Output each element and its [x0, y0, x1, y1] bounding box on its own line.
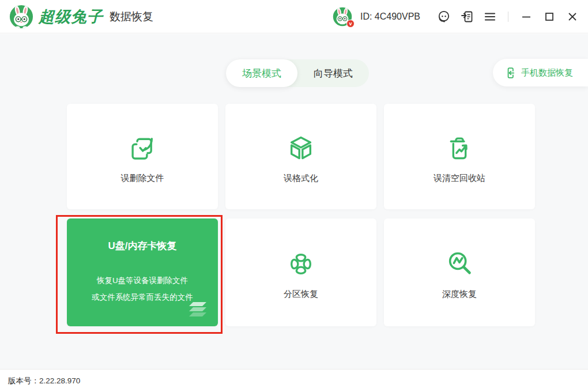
minimize-button[interactable]	[519, 9, 534, 24]
card-label: 误格式化	[284, 173, 318, 184]
version-value: 2.22.28.970	[39, 376, 80, 385]
layers-icon	[186, 301, 210, 319]
customer-support-icon[interactable]	[436, 9, 451, 24]
user-id-label: ID: 4C490VPB	[360, 12, 420, 22]
tab-wizard-mode[interactable]: 向导模式	[297, 59, 369, 87]
status-bar: 版本号： 2.22.28.970	[0, 369, 588, 392]
maximize-button[interactable]	[542, 9, 557, 24]
card-label: 分区恢复	[284, 289, 318, 300]
formatted-icon	[285, 133, 316, 164]
card-recycle-bin[interactable]: 误清空回收站	[384, 104, 535, 209]
brand-suffix: 数据恢复	[110, 9, 153, 24]
partition-icon	[285, 248, 316, 280]
deleted-files-icon	[127, 133, 158, 164]
scenario-cards-grid: 误删除文件 误格式化	[67, 104, 535, 326]
menu-icon[interactable]	[483, 9, 497, 24]
card-formatted[interactable]: 误格式化	[225, 104, 376, 209]
card-deleted-files[interactable]: 误删除文件	[67, 104, 218, 209]
title-bar: 超级兔子 数据恢复	[0, 0, 588, 33]
brand-name: 超级兔子	[39, 6, 103, 27]
vip-badge: v	[346, 20, 355, 28]
user-avatar[interactable]: v	[333, 7, 352, 27]
deep-recovery-icon	[444, 248, 475, 280]
phone-data-recovery-button[interactable]: 手机数据恢复	[493, 59, 588, 86]
header-divider	[508, 12, 508, 22]
phone-recovery-icon	[504, 67, 517, 79]
version-label: 版本号：	[8, 376, 39, 386]
tab-scene-mode[interactable]: 场景模式	[226, 59, 297, 87]
card-label: 误清空回收站	[434, 173, 485, 184]
app-logo: 超级兔子 数据恢复	[9, 5, 153, 29]
phone-data-recovery-label: 手机数据恢复	[521, 67, 573, 78]
card-deep-recovery[interactable]: 深度恢复	[384, 218, 535, 326]
feedback-icon[interactable]	[459, 9, 474, 24]
card-label: 误删除文件	[121, 173, 164, 184]
card-partition[interactable]: 分区恢复	[225, 218, 376, 326]
usb-recovery-title: U盘/内存卡恢复	[67, 218, 218, 252]
mode-tabs: 场景模式 向导模式	[226, 59, 369, 87]
recycle-bin-icon	[444, 133, 475, 164]
rabbit-logo-icon	[9, 5, 33, 29]
main-content: 场景模式 向导模式 手机数据恢复 误删除文件	[0, 34, 588, 369]
card-usb-recovery[interactable]: U盘/内存卡恢复 恢复U盘等设备误删除文件 或文件系统异常而丢失的文件	[67, 218, 218, 326]
card-label: 深度恢复	[442, 289, 477, 300]
close-button[interactable]	[565, 9, 580, 24]
